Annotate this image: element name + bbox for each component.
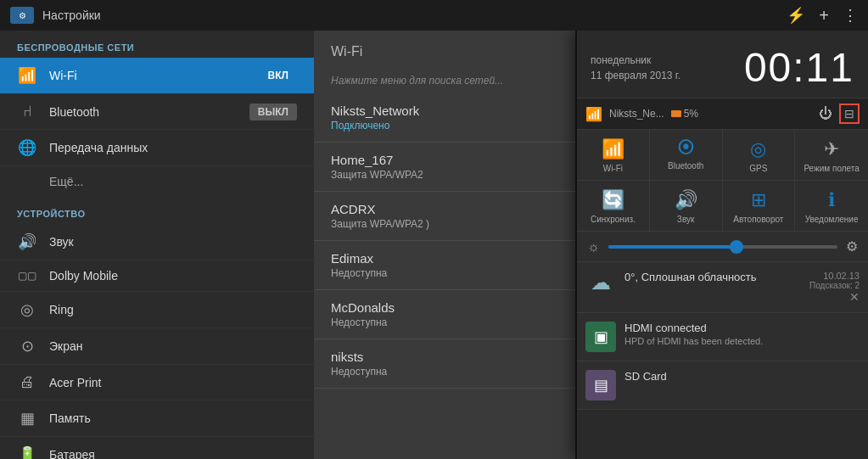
clock-time-display: 00:11 [744, 44, 854, 91]
sound-icon: 🔊 [17, 232, 37, 251]
sd-content: SD Card [624, 370, 860, 383]
data-label: Передача данных [49, 141, 148, 154]
wifi-toggle[interactable]: ВКЛ [260, 67, 297, 84]
sidebar: БЕСПРОВОДНЫЕ СЕТИ 📶 Wi-Fi ВКЛ ⑁ Bluetoot… [0, 31, 314, 459]
main-layout: БЕСПРОВОДНЫЕ СЕТИ 📶 Wi-Fi ВКЛ ⑁ Bluetoot… [0, 31, 868, 459]
toggle-bluetooth-label: Bluetooth [668, 161, 703, 171]
sidebar-item-memory[interactable]: ▦ Память [0, 400, 314, 437]
hdmi-desc: HPD of HDMI has been detected. [624, 336, 860, 346]
hdmi-notification[interactable]: ▣ HDMI connected HPD of HDMI has been de… [577, 313, 868, 361]
toggle-notification-label: Уведомление [805, 215, 859, 224]
weather-content: 0°, Сплошная облачность [624, 271, 801, 283]
status-wifi-name: Niksts_Ne... [609, 108, 664, 120]
sidebar-item-print[interactable]: 🖨 Acer Print [0, 365, 314, 400]
toggle-sync-label: Синхрониз. [591, 215, 636, 224]
sound-label: Звук [49, 235, 74, 249]
brightness-slider[interactable] [608, 245, 837, 249]
toggle-wifi-icon: 📶 [602, 138, 624, 160]
menu-icon[interactable]: ⋮ [843, 6, 858, 25]
toggle-airplane[interactable]: ✈ Режим полета [795, 130, 868, 180]
toggle-gps[interactable]: ◎ GPS [723, 130, 796, 180]
sidebar-item-ring[interactable]: ◎ Ring [0, 292, 314, 328]
brightness-row: ☼ ⚙ [577, 232, 868, 262]
toggle-rotation-label: Автоповорот [733, 215, 783, 224]
top-bar: ⚙ Настройки ⚡ + ⋮ [0, 0, 868, 31]
toggle-notification-icon: ℹ [828, 189, 835, 211]
sd-notification[interactable]: ▤ SD Card [577, 361, 868, 410]
toggle-sync[interactable]: 🔄 Синхрониз. [577, 181, 650, 231]
quick-toggles-row1: 📶 Wi-Fi ⦿ Bluetooth ◎ GPS ✈ Режим полета [577, 130, 868, 181]
clock-minutes: 11 [806, 45, 854, 90]
toggle-airplane-icon: ✈ [824, 138, 839, 160]
toggle-sound-label: Звук [677, 215, 695, 224]
memory-label: Память [49, 411, 91, 425]
sd-title: SD Card [624, 370, 860, 383]
status-wifi-icon: 📶 [585, 106, 602, 122]
toggle-rotation[interactable]: ⊞ Автоповорот [723, 181, 796, 231]
sidebar-item-screen[interactable]: ⊙ Экран [0, 328, 314, 365]
ring-icon: ◎ [17, 300, 37, 319]
wifi-content: Wi-Fi Нажмите меню для поиска сетей... N… [314, 31, 868, 459]
ring-label: Ring [49, 303, 74, 316]
screen-icon: ⊙ [17, 337, 37, 355]
brightness-thumb [730, 240, 743, 254]
weather-temp: 0°, Сплошная облачность [624, 271, 801, 283]
quick-toggles-row2: 🔄 Синхрониз. 🔊 Звук ⊞ Автоповорот ℹ Увед… [577, 181, 868, 232]
settings-sliders-icon[interactable]: ⊟ [839, 104, 860, 124]
top-bar-left: ⚙ Настройки [10, 7, 101, 24]
sidebar-item-battery[interactable]: 🔋 Батарея [0, 437, 314, 459]
weather-time: 10.02.13 [823, 271, 860, 281]
thunder-icon[interactable]: ⚡ [787, 6, 805, 25]
bluetooth-toggle[interactable]: ВЫКЛ [249, 104, 297, 120]
clock-section: понедельник 11 февраля 2013 г. 00:11 [577, 31, 868, 98]
toggle-sound[interactable]: 🔊 Звук [650, 181, 723, 231]
dolby-icon: ▢▢ [17, 270, 37, 282]
clock-colon: : [792, 45, 805, 90]
clock-day: понедельник [591, 53, 680, 68]
toggle-gps-label: GPS [749, 164, 767, 173]
sidebar-item-bluetooth[interactable]: ⑁ Bluetooth ВЫКЛ [0, 94, 314, 130]
bluetooth-icon: ⑁ [17, 103, 37, 120]
battery-icon: 🔋 [17, 445, 37, 459]
print-label: Acer Print [49, 376, 101, 389]
toggle-sync-icon: 🔄 [602, 189, 624, 211]
toggle-sound-icon: 🔊 [675, 189, 697, 211]
wifi-label: Wi-Fi [49, 69, 77, 82]
sidebar-item-data[interactable]: 🌐 Передача данных [0, 130, 314, 166]
toggle-rotation-icon: ⊞ [751, 189, 766, 211]
weather-close-icon[interactable]: ✕ [849, 290, 860, 304]
toggle-gps-icon: ◎ [750, 138, 766, 160]
sidebar-item-dolby[interactable]: ▢▢ Dolby Mobile [0, 260, 314, 292]
screen-label: Экран [49, 339, 83, 353]
settings-app-icon: ⚙ [10, 7, 34, 24]
hdmi-content: HDMI connected HPD of HDMI has been dete… [624, 322, 860, 346]
memory-icon: ▦ [17, 409, 37, 428]
sidebar-item-sound[interactable]: 🔊 Звук [0, 224, 314, 260]
dolby-label: Dolby Mobile [49, 269, 118, 283]
toggle-wifi[interactable]: 📶 Wi-Fi [577, 130, 650, 180]
battery-bar [671, 110, 681, 117]
toggle-notification[interactable]: ℹ Уведомление [795, 181, 868, 231]
brightness-fill [608, 245, 735, 249]
toggle-bluetooth[interactable]: ⦿ Bluetooth [650, 130, 723, 180]
status-battery: 5% [671, 108, 698, 120]
add-icon[interactable]: + [819, 6, 829, 25]
brightness-settings-icon[interactable]: ⚙ [846, 238, 858, 255]
sidebar-item-more[interactable]: Ещё... [0, 166, 314, 197]
sidebar-item-wifi[interactable]: 📶 Wi-Fi ВКЛ [0, 58, 314, 94]
clock-date-area: понедельник 11 февраля 2013 г. [591, 53, 680, 83]
toggle-airplane-label: Режим полета [804, 164, 859, 173]
clock-hours: 00 [744, 45, 792, 90]
weather-hint: Подсказок: 2 [809, 281, 860, 290]
brightness-low-icon: ☼ [587, 239, 600, 255]
top-bar-actions: ⚡ + ⋮ [787, 6, 858, 25]
weather-notification[interactable]: ☁ 0°, Сплошная облачность 10.02.13 Подск… [577, 262, 868, 313]
toggle-bluetooth-icon: ⦿ [677, 138, 694, 158]
hdmi-title: HDMI connected [624, 322, 860, 334]
battery-label: Батарея [49, 448, 95, 459]
toggle-wifi-label: Wi-Fi [603, 164, 623, 173]
power-icon[interactable]: ⏻ [819, 106, 832, 121]
wifi-icon: 📶 [17, 66, 37, 85]
device-section-title: УСТРОЙСТВО [0, 197, 314, 224]
clock-full-date: 11 февраля 2013 г. [591, 68, 680, 83]
